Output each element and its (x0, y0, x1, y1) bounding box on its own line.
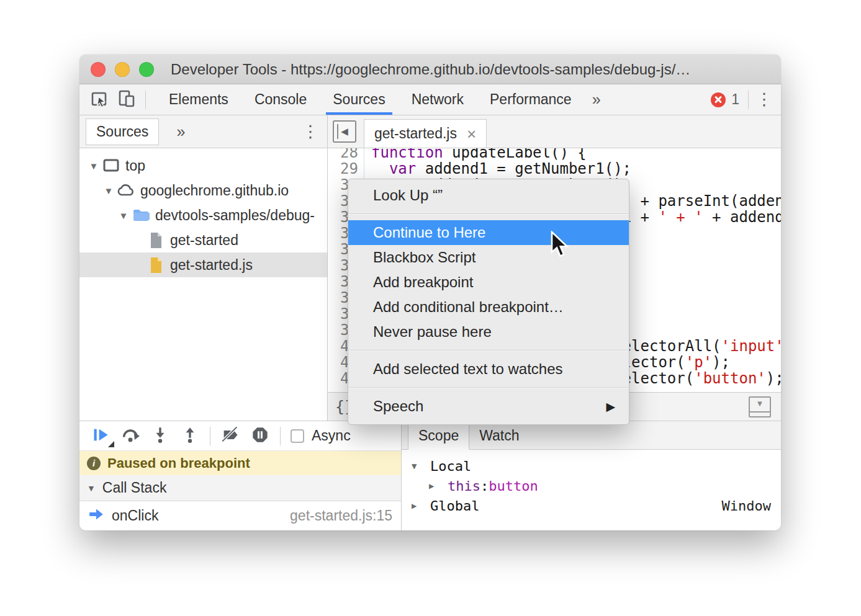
mouse-cursor (550, 231, 572, 262)
scope-section-global[interactable]: ▶GlobalWindow (402, 496, 781, 516)
toolbar-divider (145, 91, 146, 109)
editor-tab-label: get-started.js (374, 125, 457, 142)
file-icon (147, 231, 165, 249)
tree-item-get-started[interactable]: get-started (79, 228, 327, 252)
pause-on-exceptions-button[interactable] (245, 424, 275, 449)
down-triangle-icon: ▼ (756, 398, 764, 410)
inspect-element-button[interactable] (86, 87, 113, 112)
line-number[interactable]: 28 (328, 148, 364, 161)
close-icon[interactable]: × (467, 126, 476, 142)
debugger-toolbar-divider (210, 427, 210, 445)
tab-elements[interactable]: Elements (167, 84, 230, 115)
step-into-button[interactable] (145, 424, 175, 449)
resume-script-button[interactable] (86, 424, 115, 449)
property-name: this (448, 478, 480, 494)
code-token (371, 160, 389, 177)
editor-tab[interactable]: get-started.js × (364, 119, 487, 148)
kebab-menu-icon[interactable]: ⋮ (300, 123, 321, 140)
chevron-right-icon[interactable]: ▶ (429, 481, 448, 491)
kebab-menu-icon[interactable]: ⋮ (754, 91, 775, 108)
code-text[interactable]: var addend1 = getNumber1(); (364, 161, 631, 177)
pause-on-exceptions-icon (251, 426, 269, 446)
async-label: Async (312, 427, 351, 444)
folder-icon (132, 207, 150, 224)
chevron-down-icon[interactable]: ▼ (412, 461, 430, 471)
submenu-arrow-icon: ▶ (606, 400, 615, 414)
drawer-toggle-icon[interactable]: ▼ (749, 396, 771, 417)
tab-performance[interactable]: Performance (488, 84, 574, 115)
frame-location-link[interactable]: get-started.js:15 (290, 507, 392, 524)
menu-item-label: Never pause here (373, 323, 492, 341)
minimize-window-button[interactable] (115, 62, 130, 77)
deactivate-breakpoints-button[interactable] (215, 424, 245, 449)
paused-message: Paused on breakpoint (107, 455, 250, 471)
code-token: updateLabel() { (443, 148, 587, 161)
menu-item-speech[interactable]: Speech▶ (348, 394, 629, 419)
window-title: Developer Tools - https://googlechrome.g… (171, 61, 690, 78)
scope-section-local[interactable]: ▼Local (402, 456, 781, 476)
tree-item-top[interactable]: ▼top (79, 153, 327, 178)
step-out-button[interactable] (175, 424, 205, 449)
tab-scope[interactable]: Scope (408, 422, 469, 450)
device-toolbar-icon (116, 89, 137, 111)
main-toolbar: ElementsConsoleSourcesNetworkPerformance… (79, 84, 781, 115)
inspect-cursor-icon (89, 89, 109, 111)
menu-item-add-breakpoint[interactable]: Add breakpoint (348, 270, 629, 295)
async-toggle[interactable]: Async (291, 427, 351, 444)
step-over-button[interactable] (115, 424, 145, 449)
menu-item-look-up[interactable]: Look Up “” (348, 183, 629, 208)
tree-item-get-started-js[interactable]: get-started.js (79, 252, 327, 277)
menu-item-never-pause-here[interactable]: Never pause here (348, 319, 629, 344)
debugger-toolbar-divider (280, 427, 281, 445)
menu-separator (348, 350, 629, 351)
resume-icon (92, 426, 109, 446)
tree-item-devtools-samples-debug[interactable]: ▼devtools-samples/debug- (79, 203, 327, 228)
menu-item-blackbox-script[interactable]: Blackbox Script (348, 245, 629, 270)
more-panes-button[interactable]: » (176, 123, 185, 141)
code-text[interactable]: function updateLabel() { (364, 148, 587, 161)
step-over-icon (121, 426, 140, 446)
menu-item-continue-to-here[interactable]: Continue to Here (348, 220, 629, 245)
step-into-icon (152, 426, 168, 446)
tab-network[interactable]: Network (410, 84, 466, 115)
scope-section-label: Local (430, 458, 471, 474)
debugger-section: Async i Paused on breakpoint ▼ Call Stac… (79, 421, 781, 530)
chevron-right-icon[interactable]: ▶ (412, 501, 430, 511)
device-toolbar-button[interactable] (113, 87, 140, 112)
code-token: function (371, 148, 443, 161)
menu-item-add-selected-text-to-watches[interactable]: Add selected text to watches (348, 357, 629, 382)
chevron-down-icon[interactable]: ▼ (86, 161, 102, 171)
call-stack-header[interactable]: ▼ Call Stack (79, 475, 401, 501)
toggle-navigator-button[interactable]: ◀ (333, 120, 356, 143)
menu-separator (348, 213, 629, 215)
close-window-button[interactable] (91, 62, 106, 77)
menu-item-label: Add selected text to watches (373, 360, 563, 378)
chevron-down-icon[interactable]: ▼ (101, 185, 117, 196)
code-token: 'input' (721, 337, 781, 355)
tab-watch[interactable]: Watch (469, 422, 529, 449)
titlebar[interactable]: Developer Tools - https://googlechrome.g… (79, 55, 781, 84)
error-count: 1 (731, 91, 739, 108)
line-number[interactable]: 29 (328, 161, 364, 177)
step-out-icon (182, 426, 198, 446)
tree-item-label: devtools-samples/debug- (155, 207, 315, 224)
scope-pane: ScopeWatch ▼Local▶this: button▶GlobalWin… (402, 421, 781, 530)
tab-sources[interactable]: Sources (331, 84, 387, 115)
error-status[interactable]: 1 (711, 91, 739, 108)
async-checkbox[interactable] (291, 429, 304, 443)
frame-function-name: onClick (112, 507, 158, 524)
tab-sources-pane[interactable]: Sources (86, 118, 159, 145)
panel-tabs: ElementsConsoleSourcesNetworkPerformance (156, 84, 585, 115)
property-value: button (489, 478, 538, 494)
tab-console[interactable]: Console (253, 84, 309, 115)
tree-item-googlechrome-github-io[interactable]: ▼googlechrome.github.io (79, 178, 327, 203)
zoom-window-button[interactable] (139, 62, 154, 77)
call-stack-frame[interactable]: onClickget-started.js:15 (79, 501, 401, 530)
chevron-down-icon[interactable]: ▼ (115, 210, 132, 221)
more-panels-button[interactable]: » (592, 91, 601, 109)
js-file-icon (147, 256, 165, 274)
navigator-sidebar: Sources » ⋮ ▼top▼googlechrome.github.io▼… (79, 115, 328, 421)
scope-list: ▼Local▶this: button▶GlobalWindow (402, 450, 781, 516)
menu-item-add-conditional-breakpoint[interactable]: Add conditional breakpoint… (348, 295, 629, 319)
scope-property-this[interactable]: ▶this: button (402, 476, 781, 496)
